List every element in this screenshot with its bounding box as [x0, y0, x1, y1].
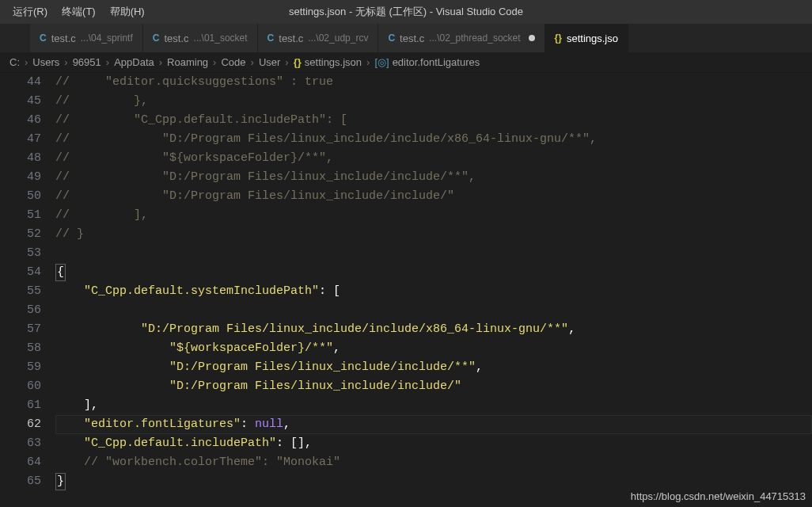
chevron-right-icon: › [63, 56, 69, 68]
chevron-right-icon: › [157, 56, 164, 68]
code-line[interactable]: // "workbench.colorTheme": "Monokai" [55, 453, 812, 472]
code-line[interactable]: } [55, 472, 812, 491]
code-content[interactable]: // "editor.quicksuggestions" : true// },… [55, 73, 812, 507]
breadcrumb-segment[interactable]: Code [221, 56, 245, 68]
breadcrumb-segment[interactable]: C: [9, 56, 20, 68]
tab-2[interactable]: Ctest.c ...\02_udp_rcv [258, 24, 379, 52]
line-number: 54 [0, 263, 41, 282]
breadcrumb-segment[interactable]: 96951 [73, 56, 101, 68]
line-number: 46 [0, 111, 41, 130]
tab-path: ...\02_pthread_socket [429, 32, 520, 44]
c-file-icon: C [40, 32, 47, 44]
code-line[interactable]: ], [55, 396, 812, 415]
code-editor[interactable]: 4445464748495051525354555657585960616263… [0, 73, 812, 507]
tab-3[interactable]: Ctest.c ...\02_pthread_socket [378, 24, 544, 52]
c-file-icon: C [153, 32, 160, 44]
chevron-right-icon: › [283, 56, 290, 68]
code-line[interactable]: // "C_Cpp.default.includePath": [ [55, 111, 812, 130]
breadcrumb-segment[interactable]: Users [32, 56, 59, 68]
line-number: 58 [0, 339, 41, 358]
line-number: 60 [0, 377, 41, 396]
line-number: 62 [0, 415, 41, 434]
breadcrumb-file[interactable]: {} settings.json [294, 56, 362, 68]
tab-label: settings.jso [567, 32, 618, 44]
code-line[interactable]: "C_Cpp.default.systemIncludePath": [ [55, 282, 812, 301]
menu-run[interactable]: 运行(R) [6, 2, 54, 22]
code-line[interactable]: "D:/Program Files/linux_include/include/… [55, 377, 812, 396]
tab-1[interactable]: Ctest.c ...\01_socket [143, 24, 258, 52]
breadcrumb-symbol[interactable]: [◎] editor.fontLigatures [374, 56, 480, 68]
symbol-icon: [◎] [374, 56, 389, 68]
chevron-right-icon: › [249, 56, 256, 68]
menu-help[interactable]: 帮助(H) [104, 2, 151, 22]
code-line[interactable] [55, 301, 812, 320]
code-line[interactable]: "editor.fontLigatures": null, [55, 415, 812, 434]
code-line[interactable] [55, 244, 812, 263]
json-file-icon: {} [555, 32, 562, 44]
chevron-right-icon: › [104, 56, 111, 68]
line-number: 64 [0, 453, 41, 472]
code-line[interactable]: // "${workspaceFolder}/**", [55, 149, 812, 168]
c-file-icon: C [268, 32, 275, 44]
tab-label: test.c [279, 32, 303, 44]
line-number: 55 [0, 282, 41, 301]
tab-4[interactable]: {}settings.jso [545, 24, 628, 52]
window-title: settings.json - 无标题 (工作区) - Visual Studi… [289, 5, 523, 19]
tab-label: test.c [164, 32, 188, 44]
tab-label: test.c [400, 32, 424, 44]
code-line[interactable]: // "D:/Program Files/linux_include/inclu… [55, 187, 812, 206]
breadcrumb-segment[interactable]: User [259, 56, 280, 68]
chevron-right-icon: › [365, 56, 371, 68]
tab-0[interactable]: Ctest.c ...\04_sprintf [30, 24, 143, 52]
line-number: 51 [0, 206, 41, 225]
code-line[interactable]: "${workspaceFolder}/**", [55, 339, 812, 358]
line-number: 63 [0, 434, 41, 453]
code-line[interactable]: // "D:/Program Files/linux_include/inclu… [55, 168, 812, 187]
line-number: 49 [0, 168, 41, 187]
code-line[interactable]: // "D:/Program Files/linux_include/inclu… [55, 130, 812, 149]
line-number: 61 [0, 396, 41, 415]
line-number: 53 [0, 244, 41, 263]
line-number: 47 [0, 130, 41, 149]
menu-bar: 运行(R) 终端(T) 帮助(H) [6, 2, 151, 22]
code-line[interactable]: "D:/Program Files/linux_include/include/… [55, 320, 812, 339]
line-number: 57 [0, 320, 41, 339]
tab-path: ...\01_socket [194, 32, 248, 44]
tab-path: ...\04_sprintf [81, 32, 133, 44]
chevron-right-icon: › [23, 56, 29, 68]
menu-terminal[interactable]: 终端(T) [55, 2, 102, 22]
line-number: 50 [0, 187, 41, 206]
breadcrumbs[interactable]: C:›Users›96951›AppData›Roaming›Code›User… [0, 52, 812, 73]
chevron-right-icon: › [211, 56, 218, 68]
line-number: 52 [0, 225, 41, 244]
breadcrumb-segment[interactable]: Roaming [167, 56, 208, 68]
c-file-icon: C [388, 32, 395, 44]
code-line[interactable]: // }, [55, 92, 812, 111]
modified-indicator-icon [529, 35, 535, 41]
line-number: 48 [0, 149, 41, 168]
code-line[interactable]: { [55, 263, 812, 282]
tab-path: ...\02_udp_rcv [308, 32, 368, 44]
line-number: 45 [0, 92, 41, 111]
code-line[interactable]: "D:/Program Files/linux_include/include/… [55, 358, 812, 377]
title-bar: 运行(R) 终端(T) 帮助(H) settings.json - 无标题 (工… [0, 0, 812, 24]
editor-tabs: Ctest.c ...\04_sprintfCtest.c ...\01_soc… [0, 24, 812, 52]
tabs-spacer [0, 24, 30, 52]
json-file-icon: {} [294, 56, 302, 68]
code-line[interactable]: // ], [55, 206, 812, 225]
code-line[interactable]: // } [55, 225, 812, 244]
breadcrumb-segment[interactable]: AppData [114, 56, 154, 68]
line-number: 56 [0, 301, 41, 320]
watermark: https://blog.csdn.net/weixin_44715313 [631, 490, 806, 502]
code-line[interactable]: // "editor.quicksuggestions" : true [55, 73, 812, 92]
code-line[interactable]: "C_Cpp.default.includePath": [], [55, 434, 812, 453]
line-number: 59 [0, 358, 41, 377]
line-number: 44 [0, 73, 41, 92]
tab-label: test.c [51, 32, 76, 44]
line-numbers: 4445464748495051525354555657585960616263… [0, 73, 55, 507]
line-number: 65 [0, 472, 41, 491]
